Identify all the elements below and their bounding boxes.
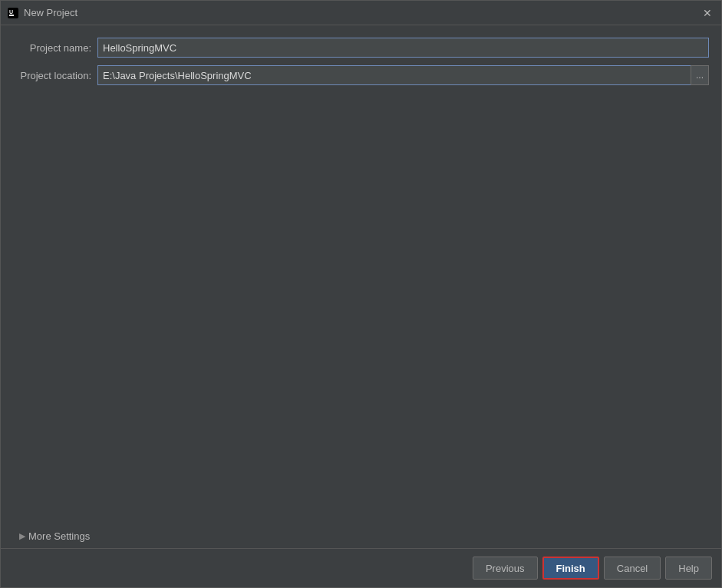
body-spacer xyxy=(13,93,709,524)
browse-button[interactable]: ... xyxy=(691,65,709,85)
finish-button[interactable]: Finish xyxy=(542,557,599,580)
project-name-label: Project name: xyxy=(13,42,97,54)
more-settings-label: More Settings xyxy=(28,530,90,542)
title-bar: U New Project ✕ xyxy=(1,1,721,25)
more-settings-toggle[interactable]: ▶ More Settings xyxy=(13,524,709,548)
app-icon: U xyxy=(7,7,19,19)
project-name-input[interactable] xyxy=(97,38,709,58)
dialog-title: New Project xyxy=(24,7,700,18)
help-button[interactable]: Help xyxy=(665,557,712,580)
dialog-body: Project name: Project location: ... ▶ Mo… xyxy=(1,25,721,548)
cancel-button[interactable]: Cancel xyxy=(604,557,661,580)
project-name-row: Project name: xyxy=(13,38,709,58)
project-location-field-group: ... xyxy=(97,65,709,85)
project-location-label: Project location: xyxy=(13,70,97,81)
new-project-dialog: U New Project ✕ Project name: Project lo… xyxy=(0,0,722,588)
svg-rect-1 xyxy=(9,15,14,16)
more-settings-arrow-icon: ▶ xyxy=(19,531,25,541)
previous-button[interactable]: Previous xyxy=(473,557,538,580)
dialog-footer: Previous Finish Cancel Help xyxy=(1,548,721,587)
project-location-input[interactable] xyxy=(97,65,691,85)
close-button[interactable]: ✕ xyxy=(700,5,715,21)
svg-text:U: U xyxy=(9,9,13,15)
project-location-row: Project location: ... xyxy=(13,65,709,85)
